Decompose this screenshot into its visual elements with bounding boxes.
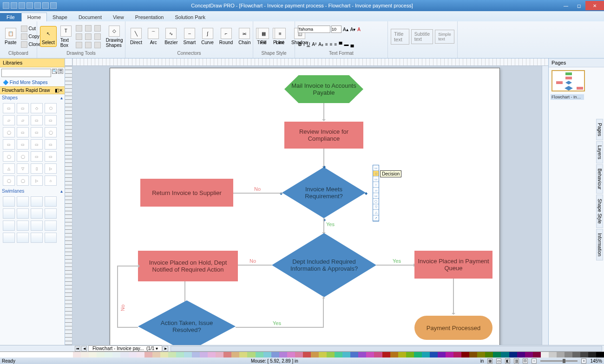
scroll-horizontal[interactable] — [171, 346, 602, 351]
shape-item[interactable]: ▭ — [31, 151, 43, 162]
font-color[interactable]: A — [357, 26, 361, 33]
minimize-button[interactable]: — — [559, 1, 572, 10]
node-return[interactable]: Return Invoice to Supplier — [140, 179, 233, 207]
decrease-font[interactable]: A▾ — [350, 26, 356, 33]
page-next[interactable]: ▶ — [163, 346, 168, 351]
sidetab-info[interactable]: Information — [596, 229, 603, 260]
close-button[interactable]: ✕ — [585, 1, 604, 10]
shape-item[interactable]: ⬡ — [45, 103, 57, 113]
align-left[interactable]: ≡ — [325, 41, 328, 47]
zoom-out[interactable]: − — [532, 358, 537, 364]
scroll-vertical[interactable] — [542, 66, 548, 345]
zoom-in[interactable]: + — [581, 358, 586, 364]
bezier-button[interactable]: ∿Bezier — [163, 27, 179, 46]
shape-item[interactable]: ▭ — [17, 139, 29, 150]
status-unit[interactable]: in — [480, 358, 484, 364]
search-icon[interactable]: 🔍 — [52, 69, 57, 74]
shape-item[interactable]: ▭ — [3, 139, 15, 150]
qat-btn[interactable] — [34, 2, 41, 9]
view-btn[interactable]: ▥ — [514, 358, 519, 364]
smart-shape-toolbar[interactable]: ▭◇▭○▱▭⬡▽△↗ — [373, 165, 379, 221]
sidetab-pages[interactable]: Pages — [596, 119, 603, 140]
sidetab-style[interactable]: Shape Style — [596, 195, 603, 228]
swim-item[interactable] — [31, 208, 43, 219]
italic-button[interactable]: I — [303, 41, 305, 47]
shape-tool[interactable] — [94, 25, 102, 32]
round-button[interactable]: ⌐Round — [217, 27, 235, 46]
fit-btn[interactable]: ⊡ — [523, 358, 528, 364]
shape-tool[interactable] — [75, 33, 84, 40]
shape-item[interactable]: ▽ — [17, 163, 29, 174]
shape-item[interactable]: ◯ — [45, 127, 57, 137]
shape-item[interactable]: ⌂ — [45, 176, 57, 186]
tab-home[interactable]: Home — [21, 13, 47, 21]
shape-item[interactable]: ◯ — [3, 151, 15, 162]
shape-tool[interactable] — [85, 41, 93, 49]
style-title[interactable]: Title text — [391, 29, 409, 45]
page-tab[interactable]: Flowchart - Invoice pay... (1/1 ▾ — [88, 345, 162, 351]
shape-item[interactable]: ▭ — [31, 139, 43, 150]
rapid-draw-header[interactable]: Flowcharts Rapid Draw◧✕ — [0, 86, 65, 94]
tab-file[interactable]: File — [0, 13, 21, 21]
tab-document[interactable]: Document — [73, 13, 107, 21]
library-search[interactable] — [1, 69, 51, 77]
swim-item[interactable] — [17, 233, 29, 243]
align-center[interactable]: ≡ — [329, 41, 333, 47]
shape-item[interactable]: ▭ — [31, 127, 43, 137]
node-review[interactable]: Review Invoice for Compliance — [284, 122, 363, 149]
shape-item[interactable]: ▭ — [31, 115, 43, 125]
shape-tool[interactable] — [85, 33, 93, 40]
qat-btn[interactable] — [26, 2, 33, 9]
shape-item[interactable]: ◯ — [17, 151, 29, 162]
bold-button[interactable]: B — [298, 41, 302, 47]
find-more-shapes-link[interactable]: 🔷 Find More Shapes — [0, 78, 65, 86]
view-btn[interactable]: ◧ — [505, 358, 510, 364]
curve-button[interactable]: ∫Curve — [199, 27, 216, 46]
textbox-button[interactable]: TText Box — [59, 25, 73, 49]
color-palette[interactable] — [0, 351, 604, 358]
swim-item[interactable] — [45, 221, 57, 231]
tab-solution[interactable]: Solution Park — [169, 13, 210, 21]
swim-item[interactable] — [3, 221, 15, 231]
valign-bot[interactable]: ▄ — [350, 41, 355, 47]
qat-btn[interactable] — [11, 2, 17, 9]
swim-item[interactable] — [3, 233, 15, 243]
arc-button[interactable]: ⌒Arc — [146, 27, 161, 46]
shape-item[interactable]: ▭ — [45, 139, 57, 150]
page-thumbnail[interactable] — [551, 70, 585, 91]
shape-item[interactable]: ▯ — [31, 163, 43, 174]
swim-item[interactable] — [45, 233, 57, 243]
tab-presentation[interactable]: Presentation — [130, 13, 170, 21]
page-prev[interactable]: ◀ — [81, 346, 87, 351]
line-button[interactable]: ≡Line — [273, 27, 288, 46]
view-btn[interactable]: ▦ — [487, 358, 492, 364]
direct-button[interactable]: ╲Direct — [128, 27, 144, 46]
shape-item[interactable]: ▷ — [31, 176, 43, 186]
shape-item[interactable]: ◇ — [31, 103, 43, 113]
shape-item[interactable]: ◯ — [3, 127, 15, 137]
node-start[interactable]: Mail Invoice to Accounts Payable — [284, 75, 363, 103]
sidetab-behaviour[interactable]: Behaviour — [596, 164, 603, 194]
qat-btn[interactable] — [3, 2, 9, 9]
shape-tool[interactable] — [85, 25, 93, 32]
style-simple[interactable]: Simple text — [435, 30, 454, 44]
underline-button[interactable]: U — [306, 41, 310, 47]
swimlanes-section[interactable]: Swimlanes▴ — [0, 188, 65, 195]
node-meets-req[interactable]: Invoice Meets Requirement? — [282, 167, 366, 218]
shapes-section[interactable]: Shapes▴ — [0, 94, 65, 101]
align-right[interactable]: ≡ — [334, 41, 338, 47]
swim-item[interactable] — [31, 233, 43, 243]
handle[interactable]: ◆ — [323, 165, 326, 169]
swim-item[interactable] — [45, 208, 57, 219]
shape-tool[interactable] — [75, 41, 84, 49]
handle[interactable]: ◆ — [365, 191, 368, 195]
swim-item[interactable] — [3, 196, 15, 207]
tab-view[interactable]: View — [107, 13, 130, 21]
sub-button[interactable]: A₂ — [318, 41, 324, 47]
paste-button[interactable]: 📋Paste — [3, 27, 19, 46]
node-payment-processed[interactable]: Payment Processed — [414, 316, 492, 340]
node-action-taken[interactable]: Action Taken, Issue Resolved? — [138, 300, 236, 345]
shape-item[interactable]: ▭ — [17, 127, 29, 137]
node-on-hold[interactable]: Invoice Placed on Hold, Dept Notified of… — [138, 251, 238, 281]
paper[interactable]: Mail Invoice to Accounts Payable Review … — [110, 68, 500, 345]
